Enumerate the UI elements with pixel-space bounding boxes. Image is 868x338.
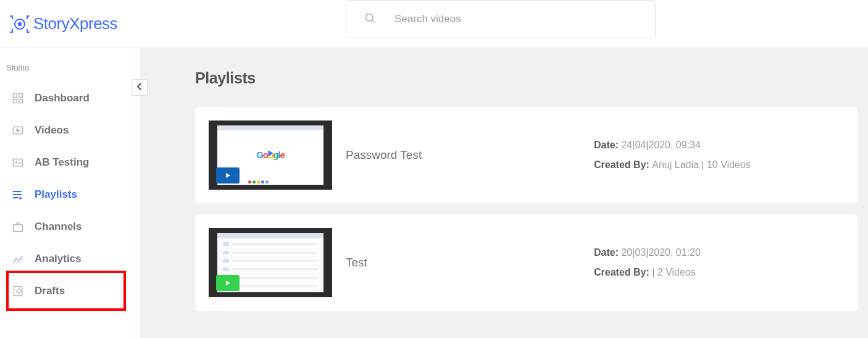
sidebar-item-playlists[interactable]: Playlists bbox=[0, 179, 139, 211]
sidebar-item-dashboard[interactable]: Dashboard bbox=[0, 82, 139, 114]
abtesting-icon bbox=[11, 156, 25, 169]
meta-createdby-label: Created By: bbox=[594, 267, 649, 277]
meta-date-label: Date: bbox=[594, 247, 619, 258]
main-content: Playlists Google bbox=[140, 48, 868, 338]
drafts-icon bbox=[11, 284, 25, 298]
playlist-card[interactable]: Test Date: 20|03|2020, 01:20 Created By:… bbox=[195, 214, 858, 311]
playlist-card[interactable]: Google Pas bbox=[195, 107, 858, 203]
svg-point-1 bbox=[18, 22, 22, 25]
svg-marker-18 bbox=[226, 173, 230, 178]
meta-date-label: Date: bbox=[594, 140, 619, 150]
sidebar-item-label: Channels bbox=[35, 221, 82, 233]
svg-rect-5 bbox=[19, 94, 23, 98]
play-icon bbox=[224, 172, 232, 179]
playlists-icon bbox=[11, 188, 25, 201]
svg-rect-4 bbox=[14, 94, 17, 98]
sidebar-item-drafts[interactable]: Drafts bbox=[0, 275, 139, 307]
svg-rect-10 bbox=[14, 159, 23, 166]
playlist-meta: Date: 24|04|2020, 09:34 Created By: Anuj… bbox=[594, 135, 751, 175]
sidebar-item-abtesting[interactable]: AB Testing bbox=[0, 146, 139, 179]
brand-name: StoryXpress bbox=[33, 14, 117, 33]
search-input[interactable] bbox=[394, 13, 638, 25]
sidebar-nav: Dashboard Videos AB Testing Playlists bbox=[0, 76, 139, 307]
svg-marker-14 bbox=[20, 196, 23, 200]
meta-createdby-label: Created By: bbox=[594, 159, 649, 170]
playlist-thumbnail: Google bbox=[209, 120, 332, 190]
search-box[interactable] bbox=[346, 0, 656, 38]
app-header: StoryXpress bbox=[0, 0, 868, 48]
sidebar-item-label: Videos bbox=[35, 124, 69, 137]
sidebar-section-label: Studio bbox=[0, 48, 139, 76]
sidebar-item-label: Dashboard bbox=[35, 92, 90, 104]
sidebar-item-label: Playlists bbox=[35, 188, 77, 201]
svg-marker-19 bbox=[226, 281, 230, 285]
sidebar-item-videos[interactable]: Videos bbox=[0, 114, 139, 146]
svg-marker-9 bbox=[17, 129, 19, 132]
svg-rect-6 bbox=[14, 99, 17, 103]
sidebar-item-analytics[interactable]: Analytics bbox=[0, 243, 139, 275]
sidebar-item-label: AB Testing bbox=[35, 156, 89, 169]
playlist-meta: Date: 20|03|2020, 01:20 Created By: | 2 … bbox=[594, 243, 701, 282]
playlist-thumbnail bbox=[209, 228, 332, 297]
sidebar-collapse-button[interactable] bbox=[131, 79, 148, 96]
play-badge bbox=[216, 275, 240, 291]
meta-date-value: 20|03|2020, 01:20 bbox=[621, 247, 700, 258]
svg-rect-15 bbox=[14, 225, 23, 232]
svg-line-3 bbox=[372, 20, 375, 23]
dashboard-icon bbox=[11, 91, 25, 105]
svg-marker-17 bbox=[269, 150, 273, 156]
meta-createdby-value: | 2 Videos bbox=[652, 267, 696, 277]
playlist-title: Password Test bbox=[346, 148, 580, 162]
sidebar-item-channels[interactable]: Channels bbox=[0, 211, 139, 243]
meta-date-value: 24|04|2020, 09:34 bbox=[621, 140, 700, 150]
meta-createdby-value: Anuj Ladia | 10 Videos bbox=[652, 159, 751, 170]
page-title: Playlists bbox=[195, 69, 868, 87]
brand-icon bbox=[10, 15, 30, 33]
play-icon bbox=[224, 279, 232, 287]
svg-rect-16 bbox=[14, 287, 22, 296]
search-icon bbox=[364, 12, 376, 27]
video-icon bbox=[11, 124, 25, 137]
svg-rect-7 bbox=[19, 99, 23, 103]
chevron-left-icon bbox=[136, 83, 143, 92]
playlist-title: Test bbox=[346, 256, 580, 269]
sidebar: Studio Dashboard Videos bbox=[0, 48, 140, 338]
play-icon bbox=[266, 149, 275, 160]
channels-icon bbox=[11, 220, 25, 234]
analytics-icon bbox=[11, 252, 25, 266]
brand-logo[interactable]: StoryXpress bbox=[10, 14, 117, 33]
sidebar-item-label: Drafts bbox=[35, 285, 65, 297]
play-badge bbox=[216, 167, 240, 184]
sidebar-item-label: Analytics bbox=[35, 253, 81, 265]
